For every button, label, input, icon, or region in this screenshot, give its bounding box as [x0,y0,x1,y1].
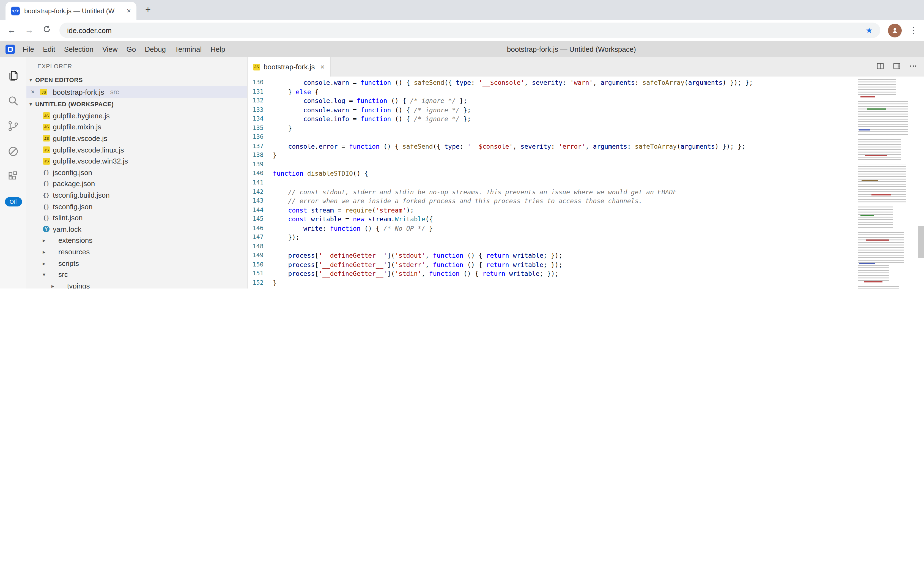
search-icon[interactable] [0,88,26,113]
tree-item[interactable]: gulpfile.vscode.js [26,133,247,144]
menu-item[interactable]: Selection [60,41,98,57]
code-token: '__$console' [467,143,513,150]
tree-item[interactable]: typings [26,280,247,288]
tree-item[interactable]: package.json [26,178,247,189]
code-text: // const stdout, stderr and stdin be no-… [273,187,677,197]
file-type-icon [43,135,50,142]
code-token: new [353,215,365,223]
line-number: 141 [247,178,273,187]
code-line: 147 }); [247,233,924,242]
code-line: 138 } [247,151,924,160]
code-token [273,188,288,196]
code-text: } [273,151,277,160]
menu-item[interactable]: Terminal [170,41,206,57]
code-token: , [425,261,433,269]
editor-scrollbar[interactable] [918,226,924,258]
extensions-icon[interactable] [0,164,26,189]
tree-item[interactable]: tslint.json [26,212,247,224]
file-type-icon [43,226,50,232]
tree-item-label: extensions [58,237,92,245]
code-token: , [513,143,521,150]
code-token: . [330,115,334,123]
code-token: info [334,115,349,123]
code-token [273,97,304,105]
code-token: , [593,79,601,87]
tab-close-icon[interactable]: × [320,63,324,71]
code-line: 146 write: function () { /* No OP */ } [247,224,924,233]
file-type-icon [43,192,50,198]
code-token: /* ignore */ [414,115,460,123]
code-token: () { [361,225,384,232]
new-tab-button[interactable]: + [141,3,155,17]
code-text: } else { [273,87,318,96]
tree-item[interactable]: gulpfile.vscode.win32.js [26,156,247,167]
back-button[interactable]: ← [6,25,16,35]
code-line: 143 // error when we are inside a forked… [247,197,924,206]
tree-item[interactable]: jsconfig.json [26,167,247,178]
code-line: 151 process['__defineGetter__']('stdin',… [247,269,924,279]
menu-item[interactable]: Debug [140,41,170,57]
tree-item[interactable]: resources [26,246,247,257]
tree-item[interactable]: tsconfig.json [26,201,247,212]
menu-item[interactable]: Help [206,41,230,57]
line-number: 136 [247,133,273,142]
code-text: } [273,124,292,133]
tree-item[interactable]: gulpfile.mixin.js [26,121,247,133]
split-editor-icon[interactable] [876,61,885,73]
code-token: function [433,252,463,259]
circle-slash-icon[interactable] [0,139,26,164]
tree-item[interactable]: scripts [26,257,247,269]
menu-item[interactable]: Edit [39,41,60,57]
code-line: 149 process['__defineGetter__']('stdout'… [247,251,924,260]
tree-item[interactable]: gulpfile.hygiene.js [26,110,247,121]
workspace-header[interactable]: ▾ UNTITLED (WORKSPACE) [26,98,247,110]
browser-menu-icon[interactable]: ⋮ [910,25,918,35]
browser-tab[interactable]: </> bootstrap-fork.js — Untitled (W × [5,2,137,20]
menu-item[interactable]: File [18,41,39,57]
code-token: () { [463,252,486,259]
url-bar[interactable]: ide.coder.com ★ [59,23,880,38]
code-token: () { [353,170,368,177]
editor-tab[interactable]: bootstrap-fork.js × [247,57,331,77]
tree-item[interactable]: gulpfile.vscode.linux.js [26,144,247,156]
code-token [307,206,311,214]
file-type-icon [43,158,50,164]
code-token: () { [387,97,410,105]
open-editor-item[interactable]: × bootstrap-fork.js src [26,86,247,98]
editor-layout-icon[interactable] [892,61,901,73]
tree-item[interactable]: src [26,269,247,280]
code-token: , [425,252,433,259]
browser-tab-strip: </> bootstrap-fork.js — Untitled (W × + [0,0,924,20]
menu-bar: File Edit Selection View Go Debug Termin… [0,41,924,57]
code-token: } [273,88,296,95]
code-token: function [433,261,463,269]
source-control-icon[interactable] [0,113,26,139]
file-type-icon [43,203,50,210]
tab-close-icon[interactable]: × [127,6,131,15]
code-token: ); [406,206,414,214]
tree-item[interactable]: extensions [26,235,247,246]
explorer-icon[interactable] [0,63,26,88]
code-editor[interactable]: 130 console.warn = function () { safeSen… [247,77,924,288]
menu-item[interactable]: View [98,41,122,57]
code-text: process['__defineGetter__']('stdout', fu… [273,251,562,260]
code-token [273,270,288,278]
bookmark-icon[interactable]: ★ [866,26,873,35]
off-toggle[interactable]: Off [5,197,22,206]
menu-item[interactable]: Go [122,41,141,57]
tree-item[interactable]: tsconfig.build.json [26,189,247,201]
tree-item-label: jsconfig.json [53,168,92,177]
code-token: safeToArray [642,79,684,87]
forward-button[interactable]: → [24,25,34,35]
tree-item[interactable]: yarn.lock [26,224,247,235]
minimap[interactable] [855,77,917,288]
open-editors-header[interactable]: ▾ OPEN EDITORS [26,74,247,86]
more-actions-icon[interactable] [909,61,918,73]
code-token: log [334,97,345,105]
code-text: const writable = new stream.Writable({ [273,215,433,224]
close-icon[interactable]: × [31,88,37,96]
code-line: 148 [247,242,924,251]
avatar[interactable] [888,23,902,37]
code-token: '__defineGetter__' [318,261,387,269]
reload-button[interactable] [42,25,52,36]
